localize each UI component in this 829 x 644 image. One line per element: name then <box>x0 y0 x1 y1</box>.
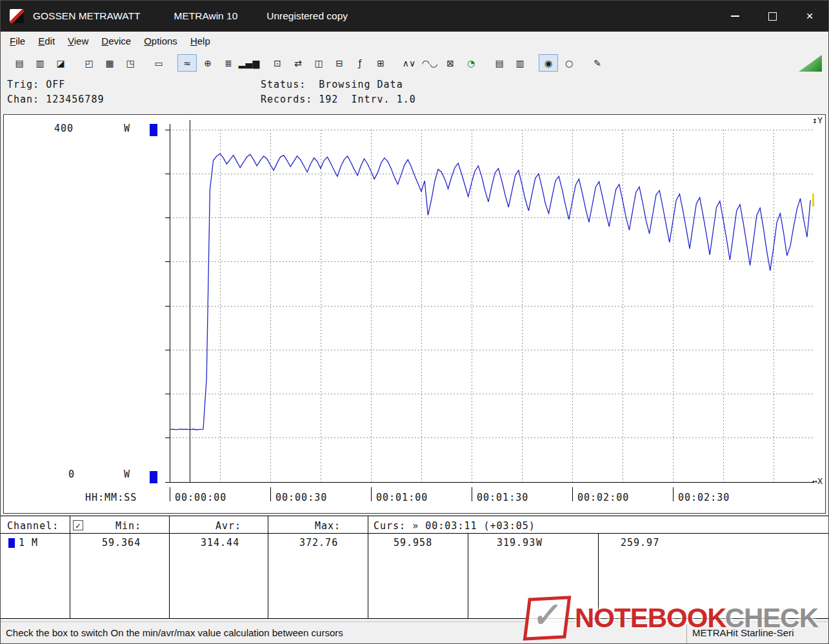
envelope-curve-icon[interactable]: ◠◡ <box>420 54 439 72</box>
value-unit: W <box>536 537 543 548</box>
x-tick-label: 00:00:30 <box>275 492 327 503</box>
toolbar-group: ≈⊕≣▂▄▆ <box>177 54 259 72</box>
toolbar-group: ◰▦◳ <box>79 54 140 72</box>
column-divider <box>169 516 170 618</box>
memory-card-icon[interactable]: ▦ <box>100 54 119 72</box>
header-divider <box>1 533 828 534</box>
column-divider <box>368 516 368 618</box>
min-column-header: Min: <box>115 520 141 532</box>
toolbar-group: ∧∨◠◡⊠◔ <box>399 54 481 72</box>
data-transfer-icon[interactable]: ⇄ <box>288 54 308 72</box>
min-value: 59.364 <box>102 537 141 548</box>
chart-panel: 400 W 0 W HH:MM:SS ↕Y ↔X 00:00:0000:00:3… <box>3 114 826 514</box>
menu-help[interactable]: Help <box>184 32 217 50</box>
x-tick-label: 00:01:00 <box>376 492 428 503</box>
channel-column-header: Channel: <box>7 520 59 532</box>
y-axis-unit-top: W <box>124 123 130 134</box>
histogram-icon[interactable]: ▂▄▆ <box>239 54 259 72</box>
device-setup-icon[interactable]: ⊡ <box>268 54 287 72</box>
column-divider <box>598 534 599 618</box>
browse-status: Status: Browsing Data <box>261 79 403 90</box>
channel1-axis-marker-bottom <box>150 471 157 483</box>
x-tick-label: 00:02:30 <box>678 492 730 503</box>
toolbar-group: ▤▥ <box>490 54 530 72</box>
maximize-button[interactable] <box>754 1 791 32</box>
title-bar: GOSSEN METRAWATT METRAwin 10 Unregistere… <box>1 1 828 32</box>
minmax-curve-icon[interactable]: ∧∨ <box>399 54 419 72</box>
minmax-calc-checkbox[interactable]: ✓ <box>73 520 83 530</box>
toolbar-group: ◉○ <box>539 54 579 72</box>
channel-mode: M <box>32 537 38 548</box>
yt-chart-icon[interactable]: ≈ <box>177 54 197 72</box>
value-display-icon[interactable]: ⊞ <box>371 54 390 72</box>
save-config-icon[interactable]: ▥ <box>30 54 50 72</box>
table-view-icon[interactable]: ≣ <box>219 54 238 72</box>
metrawin-window: GOSSEN METRAWATT METRAwin 10 Unregistere… <box>0 0 829 644</box>
menu-file[interactable]: File <box>3 32 32 50</box>
toolbar-groups: ▤▥◪◰▦◳▭≈⊕≣▂▄▆⊡⇄◫⊟ƒ⊞∧∨◠◡⊠◔▤▥◉○✎ <box>10 54 616 72</box>
avr-value: 314.44 <box>201 537 239 548</box>
y-axis-zoom-handle[interactable]: ↕Y <box>812 116 823 125</box>
save-data-icon[interactable]: ▤ <box>10 54 29 72</box>
menu-edit[interactable]: Edit <box>32 32 61 50</box>
cursor1-value: 59.958 <box>394 537 432 548</box>
statusbar-divider <box>686 624 687 643</box>
zoom-reset-icon[interactable]: ○ <box>559 54 579 72</box>
menu-options[interactable]: Options <box>137 32 184 50</box>
y-axis-max-label: 400 <box>54 123 74 134</box>
clipboard-copy-icon[interactable]: ⊠ <box>441 54 460 72</box>
status-indicator-triangle <box>799 55 822 72</box>
max-value: 372.76 <box>299 537 338 548</box>
minimize-icon <box>731 15 739 17</box>
menu-view[interactable]: View <box>61 32 95 50</box>
x-tick-label: 00:02:00 <box>577 492 629 503</box>
channel-number: 1 <box>19 537 25 548</box>
avr-column-header: Avr: <box>215 520 241 532</box>
statusbar-hint: Check the box to switch On the min/avr/m… <box>6 622 343 644</box>
max-column-header: Max: <box>315 520 341 532</box>
toolbar-group: ▤▥◪ <box>10 54 70 72</box>
device-read-icon[interactable]: ◰ <box>79 54 99 72</box>
column-divider <box>268 516 268 618</box>
keyboard-entry-icon[interactable]: ▭ <box>149 54 168 72</box>
titlebar-vendor: GOSSEN METRAWATT <box>33 10 140 22</box>
titlebar-license-status: Unregistered copy <box>266 10 348 22</box>
chart-canvas[interactable] <box>4 115 826 513</box>
column-divider <box>70 516 70 618</box>
multimeter-icon[interactable]: ◫ <box>309 54 328 72</box>
channel-list: Chan: 123456789 <box>7 94 104 105</box>
xy-chart-icon[interactable]: ⊕ <box>198 54 217 72</box>
trig-status: Trig: OFF <box>7 79 65 90</box>
device-write-icon[interactable]: ◳ <box>121 54 140 72</box>
x-axis-format-label: HH:MM:SS <box>85 492 137 503</box>
channel1-color-marker <box>8 538 15 548</box>
titlebar-app-name: METRAwin 10 <box>174 10 237 22</box>
records-interval: Records: 192 Intrv. 1.0 <box>261 94 416 105</box>
function-icon[interactable]: ƒ <box>350 54 370 72</box>
annotation-icon[interactable]: ✎ <box>588 54 607 72</box>
open-file-icon[interactable]: ◪ <box>51 54 70 72</box>
x-tick-label: 00:01:30 <box>477 492 528 503</box>
power-trace <box>170 154 810 430</box>
print-preview-icon[interactable]: ▥ <box>510 54 530 72</box>
menu-bar: FileEditViewDeviceOptionsHelp <box>1 32 828 51</box>
cursor-column-header: Curs: » 00:03:11 (+03:05) <box>374 520 535 532</box>
menu-device[interactable]: Device <box>95 32 137 50</box>
y-axis-min-label: 0 <box>68 468 75 480</box>
monitor-icon[interactable]: ⊟ <box>330 54 349 72</box>
print-icon[interactable]: ▤ <box>490 54 509 72</box>
minimize-button[interactable] <box>716 1 754 32</box>
toolbar-group: ✎ <box>588 54 607 72</box>
x-axis-zoom-handle[interactable]: ↔X <box>812 476 823 486</box>
timer-icon[interactable]: ◔ <box>461 54 481 72</box>
values-panel: Channel: ✓ Min: Avr: Max: Curs: » 00:03:… <box>1 516 828 619</box>
close-button[interactable]: × <box>791 1 828 32</box>
connected-device-name: METRAHit Starline-Seri <box>692 622 794 644</box>
toolbar: ▤▥◪◰▦◳▭≈⊕≣▂▄▆⊡⇄◫⊟ƒ⊞∧∨◠◡⊠◔▤▥◉○✎ <box>1 51 828 75</box>
x-tick-label: 00:00:00 <box>175 492 226 503</box>
column-divider <box>468 534 468 618</box>
zoom-mode-icon[interactable]: ◉ <box>539 54 558 72</box>
cursor2-value: 319.93 <box>497 537 535 548</box>
app-logo-icon <box>10 9 24 23</box>
channel1-axis-marker-top <box>150 124 157 136</box>
